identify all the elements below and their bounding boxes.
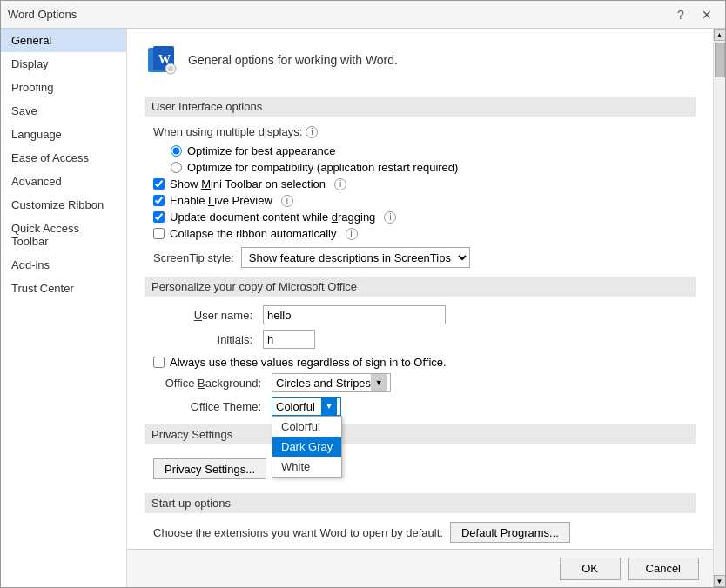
sidebar: General Display Proofing Save Language E… bbox=[1, 29, 127, 587]
theme-option-white[interactable]: White bbox=[272, 457, 341, 477]
screentip-select[interactable]: Show feature descriptions in ScreenTips bbox=[241, 247, 470, 268]
title-bar: Word Options ? ✕ bbox=[1, 1, 725, 29]
check-live-preview: Enable Live Preview i bbox=[153, 194, 696, 207]
bg-dropdown-arrow-icon: ▼ bbox=[371, 374, 387, 391]
startup-section-header: Start up options bbox=[145, 493, 696, 513]
panel-header: W General options for working with Word. bbox=[145, 43, 696, 84]
check-mini-toolbar: Show Mini Toolbar on selection i bbox=[153, 177, 696, 190]
window-title: Word Options bbox=[8, 8, 669, 21]
sidebar-item-display[interactable]: Display bbox=[1, 52, 126, 76]
radio-compatibility-input[interactable] bbox=[171, 162, 182, 173]
check-always-use: Always use these values regardless of si… bbox=[153, 356, 696, 369]
theme-dropdown-menu: Colorful Dark Gray White bbox=[272, 416, 342, 478]
footer: OK Cancel bbox=[127, 549, 713, 587]
content-area: General Display Proofing Save Language E… bbox=[1, 29, 725, 587]
update-dragging-info-icon: i bbox=[384, 211, 396, 224]
username-label: User name: bbox=[153, 309, 258, 322]
screentip-row: ScreenTip style: Show feature descriptio… bbox=[153, 247, 696, 268]
extensions-label: Choose the extensions you want Word to o… bbox=[153, 526, 443, 539]
word-options-window: Word Options ? ✕ General Display Proofin… bbox=[0, 0, 726, 588]
theme-dropdown-arrow-icon: ▼ bbox=[321, 398, 337, 415]
default-programs-button[interactable]: Default Programs... bbox=[450, 522, 570, 543]
radio-optimize-appearance: Optimize for best appearance bbox=[171, 144, 696, 157]
bg-row: Office Background: Circles and Stripes ▼ bbox=[153, 373, 696, 392]
live-preview-label: Enable Live Preview bbox=[170, 194, 272, 207]
radio-best-appearance-label: Optimize for best appearance bbox=[187, 144, 336, 157]
collapse-ribbon-label: Collapse the ribbon automatically bbox=[170, 227, 337, 240]
bg-dropdown[interactable]: Circles and Stripes ▼ bbox=[272, 373, 391, 392]
startup-content: Choose the extensions you want Word to o… bbox=[145, 522, 696, 549]
sidebar-item-customize-ribbon[interactable]: Customize Ribbon bbox=[1, 193, 126, 217]
live-preview-checkbox[interactable] bbox=[153, 195, 165, 206]
initials-label: Initials: bbox=[153, 333, 258, 346]
sidebar-item-trust-center[interactable]: Trust Center bbox=[1, 277, 126, 300]
main-panel: W General options for working with Word.… bbox=[127, 29, 713, 587]
privacy-content: Privacy Settings... bbox=[145, 453, 696, 484]
person-grid: User name: Initials: bbox=[153, 305, 696, 349]
svg-point-4 bbox=[168, 66, 173, 71]
scrollbar-thumb[interactable] bbox=[715, 43, 725, 77]
update-dragging-label: Update document content while dragging bbox=[170, 210, 375, 224]
scrollbar: ▲ ▼ bbox=[713, 29, 725, 587]
check-collapse-ribbon: Collapse the ribbon automatically i bbox=[153, 227, 696, 240]
bg-dropdown-wrapper: Circles and Stripes ▼ bbox=[272, 373, 391, 392]
theme-dropdown-value: Colorful bbox=[276, 400, 321, 413]
panel-title: General options for working with Word. bbox=[188, 53, 398, 67]
sidebar-item-language[interactable]: Language bbox=[1, 123, 126, 146]
mini-toolbar-checkbox[interactable] bbox=[153, 178, 165, 190]
close-button[interactable]: ✕ bbox=[696, 5, 718, 24]
username-input[interactable] bbox=[263, 305, 446, 324]
mini-toolbar-info-icon: i bbox=[334, 178, 346, 190]
initials-input[interactable] bbox=[263, 330, 315, 349]
theme-row: Office Theme: Colorful ▼ Colorful Dark G… bbox=[153, 397, 696, 416]
bg-label: Office Background: bbox=[153, 377, 266, 390]
sidebar-item-add-ins[interactable]: Add-ins bbox=[1, 253, 126, 277]
sidebar-item-save[interactable]: Save bbox=[1, 99, 126, 123]
scrollbar-down-button[interactable]: ▼ bbox=[714, 575, 726, 587]
scrollbar-up-button[interactable]: ▲ bbox=[714, 29, 726, 41]
main-scroll-area: W General options for working with Word.… bbox=[127, 29, 713, 549]
check-update-dragging: Update document content while dragging i bbox=[153, 210, 696, 224]
title-bar-controls: ? ✕ bbox=[669, 5, 718, 24]
privacy-settings-button[interactable]: Privacy Settings... bbox=[153, 458, 266, 479]
theme-label: Office Theme: bbox=[153, 400, 266, 413]
cancel-button[interactable]: Cancel bbox=[628, 558, 699, 580]
collapse-ribbon-info-icon: i bbox=[346, 228, 358, 240]
sidebar-item-proofing[interactable]: Proofing bbox=[1, 76, 126, 99]
radio-compatibility-label: Optimize for compatibility (application … bbox=[187, 161, 458, 174]
sidebar-item-advanced[interactable]: Advanced bbox=[1, 170, 126, 193]
radio-optimize-compatibility: Optimize for compatibility (application … bbox=[171, 161, 696, 174]
theme-option-dark-gray[interactable]: Dark Gray bbox=[272, 437, 341, 457]
startup-extensions-row: Choose the extensions you want Word to o… bbox=[153, 522, 696, 543]
screentip-label: ScreenTip style: bbox=[153, 251, 234, 264]
ok-button[interactable]: OK bbox=[560, 558, 621, 580]
sidebar-item-quick-access-toolbar[interactable]: Quick Access Toolbar bbox=[1, 217, 126, 253]
word-icon: W bbox=[145, 43, 179, 77]
theme-dropdown-wrapper: Colorful ▼ Colorful Dark Gray White bbox=[272, 397, 341, 416]
personalize-section-header: Personalize your copy of Microsoft Offic… bbox=[145, 277, 696, 297]
theme-option-colorful[interactable]: Colorful bbox=[272, 417, 341, 437]
collapse-ribbon-checkbox[interactable] bbox=[153, 228, 165, 239]
sidebar-item-ease-of-access[interactable]: Ease of Access bbox=[1, 146, 126, 170]
multiple-displays-info-icon: i bbox=[306, 126, 318, 138]
multiple-displays-label: When using multiple displays: i bbox=[153, 125, 696, 138]
privacy-section-header: Privacy Settings bbox=[145, 424, 696, 444]
mini-toolbar-label: Show Mini Toolbar on selection bbox=[170, 177, 326, 190]
always-use-label: Always use these values regardless of si… bbox=[170, 356, 447, 369]
ui-options-section-header: User Interface options bbox=[145, 97, 696, 117]
help-button[interactable]: ? bbox=[669, 5, 692, 24]
sidebar-item-general[interactable]: General bbox=[1, 29, 126, 52]
live-preview-info-icon: i bbox=[281, 195, 293, 207]
bg-dropdown-value: Circles and Stripes bbox=[276, 377, 371, 390]
update-dragging-checkbox[interactable] bbox=[153, 211, 165, 223]
radio-best-appearance-input[interactable] bbox=[171, 145, 182, 157]
always-use-checkbox[interactable] bbox=[153, 357, 165, 368]
theme-dropdown[interactable]: Colorful ▼ bbox=[272, 397, 341, 416]
